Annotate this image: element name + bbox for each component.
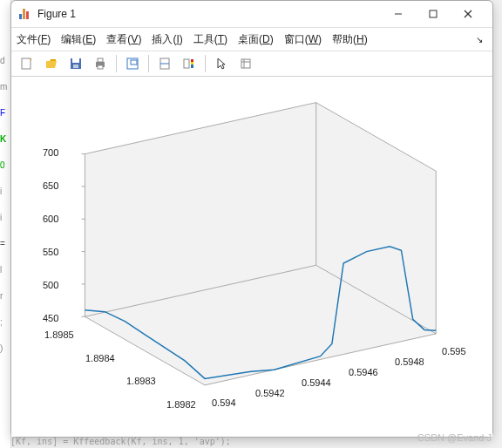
y-tick: 0.5948 [395,356,424,367]
svg-rect-21 [191,62,193,64]
colorbar-icon[interactable] [179,53,200,74]
menu-edit[interactable]: 编辑(E) [61,32,96,47]
menu-insert[interactable]: 插入(I) [152,32,182,47]
x-tick: 1.8983 [126,376,156,386]
y-tick: 0.595 [442,346,466,356]
svg-rect-19 [184,59,189,68]
svg-rect-14 [98,65,103,69]
watermark: CSDN @Evand J [417,432,492,443]
maximize-button[interactable] [416,2,451,26]
x-tick: 1.8984 [85,353,115,363]
z-tick: 600 [43,214,58,224]
y-tick: 0.5944 [302,377,331,388]
y-tick: 0.5942 [255,388,285,398]
matlab-figure-icon [18,7,32,21]
minimize-button[interactable] [381,2,416,26]
svg-rect-11 [73,64,78,68]
svg-marker-8 [31,58,32,60]
plot-svg [20,85,484,428]
x-tick: 1.8985 [44,329,74,340]
x-tick: 1.8982 [166,399,196,410]
y-tick: 0.5946 [349,367,378,377]
z-tick: 700 [43,147,58,158]
svg-rect-1 [23,9,25,19]
pointer-icon[interactable] [211,53,232,74]
window-title: Figure 1 [37,8,381,20]
svg-rect-4 [430,10,437,17]
svg-rect-2 [26,11,29,19]
axes-3d[interactable]: 450 500 550 600 650 700 1.8985 1.8984 1.… [20,85,484,428]
y-tick: 0.594 [212,397,236,408]
menu-file[interactable]: 文件(F) [17,32,51,47]
menu-tools[interactable]: 工具(T) [193,32,227,47]
toolbar [11,51,492,77]
print-icon[interactable] [90,53,111,74]
svg-rect-10 [72,58,79,63]
insert-icon[interactable] [235,53,256,74]
svg-rect-23 [241,59,250,68]
menu-help[interactable]: 帮助(H) [332,32,368,47]
svg-rect-7 [22,58,31,69]
svg-rect-16 [131,60,137,64]
data-cursor-icon[interactable] [122,53,143,74]
menu-desktop[interactable]: 桌面(D) [238,32,274,47]
open-icon[interactable] [41,53,62,74]
z-tick: 650 [43,180,58,191]
save-icon[interactable] [65,53,86,74]
toolbar-overflow-icon[interactable]: ↘ [471,35,487,44]
background-code-line: [Kf, ins] = Kffeedback(Kf, ins, 1, 'avp'… [10,437,231,446]
z-tick: 550 [43,247,58,257]
svg-rect-13 [98,58,103,62]
link-icon[interactable] [154,53,175,74]
close-button[interactable] [451,2,485,26]
new-figure-icon[interactable] [17,53,37,74]
menu-view[interactable]: 查看(V) [106,32,141,47]
titlebar[interactable]: Figure 1 [11,1,492,28]
svg-rect-22 [191,64,193,68]
svg-rect-0 [19,14,22,19]
plot-area[interactable]: 450 500 550 600 650 700 1.8985 1.8984 1.… [11,77,492,437]
background-code-gutter: d m F K 0 i i = l r ; ) [0,48,10,362]
menu-window[interactable]: 窗口(W) [284,32,322,47]
z-tick: 450 [43,313,58,323]
figure-window: Figure 1 文件(F) 编辑(E) 查看(V) 插入(I) 工具(T) 桌… [10,0,493,438]
z-tick: 500 [43,280,58,290]
menubar: 文件(F) 编辑(E) 查看(V) 插入(I) 工具(T) 桌面(D) 窗口(W… [11,28,492,51]
